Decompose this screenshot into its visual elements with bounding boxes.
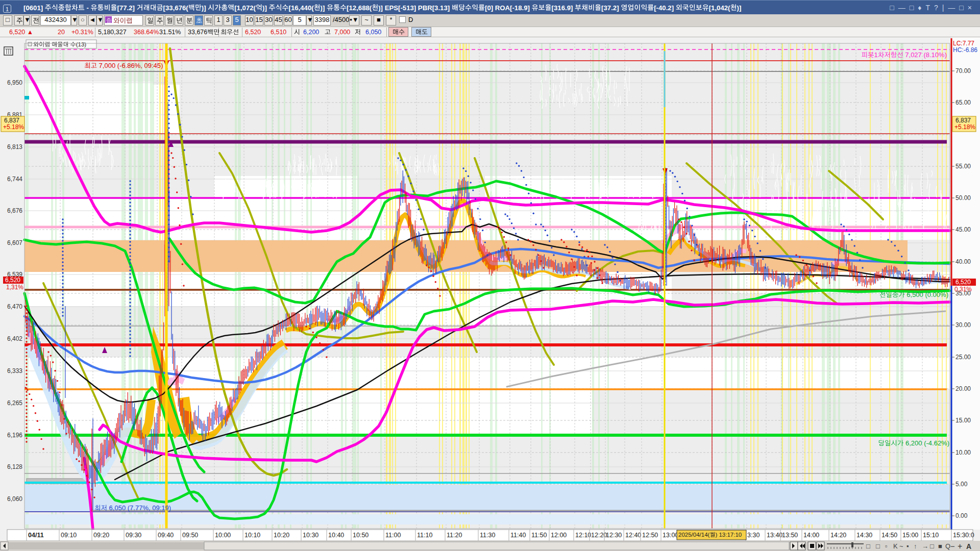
svg-text:10:00: 10:00 [215, 532, 231, 539]
svg-text:1,31%: 1,31% [6, 284, 23, 291]
svg-text:40.00: 40.00 [955, 258, 971, 265]
svg-text:→: → [922, 542, 928, 550]
svg-text:[1,042(: [1,042( [709, 4, 730, 12]
svg-text:09:30: 09:30 [126, 532, 141, 539]
svg-text:↑: ↑ [914, 542, 917, 550]
svg-text:−: − [950, 542, 955, 550]
svg-text:[1,072(: [1,072( [234, 4, 256, 12]
svg-text:)] EPS[-513] PBR[3.13]: )] EPS[-513] PBR[3.13] [378, 4, 452, 12]
svg-text:▪: ▪ [906, 542, 909, 550]
svg-text:6,676: 6,676 [7, 207, 22, 214]
svg-text:)]: )] [321, 4, 327, 12]
svg-text:09:40: 09:40 [158, 532, 174, 539]
svg-text:[-40.2]: [-40.2] [654, 4, 676, 12]
svg-text:0.00: 0.00 [955, 512, 968, 519]
svg-text:33,676: 33,676 [188, 29, 207, 36]
svg-text:1: 1 [874, 51, 878, 59]
svg-text:70.00: 70.00 [955, 67, 971, 74]
svg-text:6,837: 6,837 [4, 117, 19, 124]
svg-text:12:10: 12:10 [575, 532, 591, 539]
svg-text:6,744: 6,744 [7, 176, 22, 183]
svg-text:□: □ [876, 542, 880, 550]
svg-text:14:20: 14:20 [830, 532, 846, 539]
svg-text:6,470: 6,470 [7, 303, 22, 310]
svg-text:09:20: 09:20 [93, 532, 109, 539]
svg-text:10:40: 10:40 [328, 532, 344, 539]
svg-text:12:50: 12:50 [642, 532, 658, 539]
svg-text:14:00: 14:00 [803, 532, 819, 539]
svg-text:6,520: 6,520 [955, 279, 971, 286]
svg-text:13:00: 13:00 [663, 532, 678, 539]
svg-text:14:50: 14:50 [881, 532, 897, 539]
svg-text:6,050 (7.77%, 09:19): 6,050 (7.77%, 09:19) [107, 504, 171, 512]
svg-text:□: □ [866, 542, 870, 550]
svg-text:6,265: 6,265 [7, 399, 22, 407]
svg-text:LC:7.77: LC:7.77 [953, 40, 974, 47]
svg-text:14:30: 14:30 [856, 532, 872, 539]
svg-text:55.00: 55.00 [955, 163, 971, 170]
svg-text:11:50: 11:50 [531, 532, 547, 539]
svg-text:50.00: 50.00 [955, 194, 971, 202]
svg-text:11:30: 11:30 [480, 532, 495, 539]
svg-text:12:40: 12:40 [625, 532, 641, 539]
svg-text:12:20: 12:20 [591, 532, 607, 539]
svg-text:+5.18%: +5.18% [3, 123, 24, 131]
svg-text:[0] ROA[-18.9]: [0] ROA[-18.9] [485, 4, 532, 12]
svg-text:A: A [966, 542, 971, 550]
svg-text:10:30: 10:30 [303, 532, 318, 539]
svg-text:+5.18%: +5.18% [954, 123, 975, 131]
svg-text:6,200 (-4.62%): 6,200 (-4.62%) [903, 439, 949, 447]
svg-text:09:50: 09:50 [182, 532, 198, 539]
svg-text:Q: Q [945, 542, 950, 550]
svg-text:20.00: 20.00 [955, 385, 971, 392]
svg-text:10:20: 10:20 [274, 532, 289, 539]
svg-text:6,500 (0.00%): 6,500 (0.00%) [905, 291, 948, 298]
svg-text:65.00: 65.00 [955, 99, 971, 106]
svg-text:)]: )] [262, 4, 268, 12]
svg-text:) 13:17:10: ) 13:17:10 [715, 532, 742, 538]
svg-text:11:20: 11:20 [447, 532, 462, 539]
svg-text:6,837: 6,837 [955, 117, 971, 124]
svg-text:15.00: 15.00 [955, 417, 971, 424]
svg-text:0,31%: 0,31% [954, 286, 972, 293]
svg-text:6,607: 6,607 [7, 239, 22, 246]
svg-text:K: K [893, 542, 898, 550]
svg-text:6,950: 6,950 [7, 79, 22, 86]
svg-text:[37.2]: [37.2] [601, 4, 621, 12]
svg-text:■: ■ [938, 542, 942, 550]
svg-text:6,128: 6,128 [7, 463, 22, 470]
svg-text:+: + [958, 542, 962, 550]
svg-text:11:10: 11:10 [417, 532, 432, 539]
svg-text:□: □ [930, 542, 934, 550]
svg-text:11:40: 11:40 [510, 532, 526, 539]
svg-text:)]: )] [737, 4, 742, 12]
svg-text:-: - [85, 4, 91, 12]
svg-text:2025/04/14(: 2025/04/14( [678, 532, 710, 538]
svg-text:15:30:0: 15:30:0 [953, 532, 974, 539]
svg-text:15:10: 15:10 [923, 532, 939, 539]
svg-text:25.00: 25.00 [955, 354, 971, 361]
svg-text:10:10: 10:10 [244, 532, 260, 539]
svg-text:12:00: 12:00 [551, 532, 567, 539]
svg-text:6,196: 6,196 [7, 432, 22, 439]
svg-text:6,333: 6,333 [7, 367, 22, 374]
svg-text:[12,688(: [12,688( [347, 4, 372, 12]
svg-text:(13): (13) [76, 41, 87, 47]
svg-text:15:00: 15:00 [902, 532, 918, 539]
svg-text:7,000 (-6.86%, 09:45): 7,000 (-6.86%, 09:45) [97, 62, 163, 69]
svg-text:10:50: 10:50 [353, 532, 369, 539]
svg-text:7,027 (8.10%): 7,027 (8.10%) [903, 51, 947, 59]
svg-text:10.00: 10.00 [955, 449, 971, 456]
svg-text:▫: ▫ [885, 542, 888, 550]
svg-text:6,402: 6,402 [7, 335, 22, 342]
svg-text:3:30: 3:30 [747, 532, 760, 539]
svg-text:04/11: 04/11 [28, 532, 44, 539]
svg-text:[16,440(: [16,440( [289, 4, 314, 12]
svg-text:6,813: 6,813 [7, 143, 22, 151]
svg-text:[33,676(: [33,676( [163, 4, 189, 12]
svg-text:)]: )] [202, 4, 208, 12]
svg-text:[316.9]: [316.9] [552, 4, 575, 12]
svg-text:11:00: 11:00 [385, 532, 401, 539]
svg-text:~: ~ [899, 542, 903, 550]
svg-text:13:50: 13:50 [782, 532, 798, 539]
